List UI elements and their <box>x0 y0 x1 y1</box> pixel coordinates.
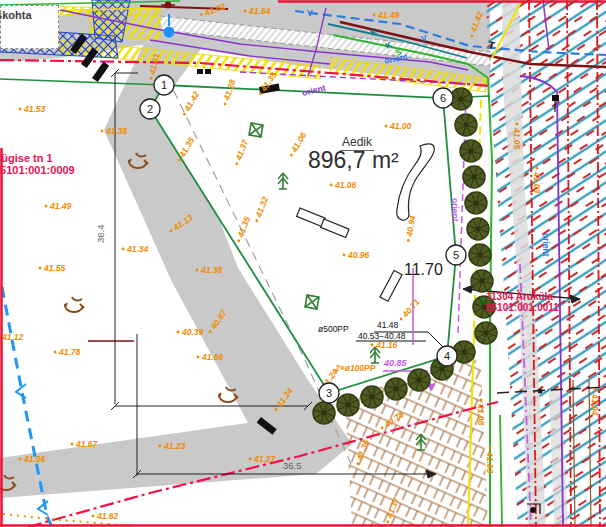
svg-text:41.08: 41.08 <box>476 403 486 426</box>
tree-icon <box>471 270 493 292</box>
left-parcel-label: Sügise tn 1 65101:001:0009 <box>0 153 75 176</box>
elevation-label: 41.53 <box>19 104 46 114</box>
elevation-label: 41.55 <box>39 263 66 273</box>
tree-icon <box>469 244 491 266</box>
svg-text:41.67: 41.67 <box>75 439 99 449</box>
tree-icon <box>463 166 485 188</box>
tree-icon <box>475 322 497 344</box>
black-bar-marker <box>92 62 109 82</box>
hydrant-icon <box>164 27 175 38</box>
svg-text:41.03: 41.03 <box>532 171 542 194</box>
svg-text:41.53: 41.53 <box>23 104 46 114</box>
elevation-label: 41.12 <box>0 332 24 342</box>
black-square-marker <box>197 69 203 74</box>
svg-text:41.49: 41.49 <box>49 201 72 211</box>
bush-icon <box>65 297 84 312</box>
bush-icon <box>219 387 238 402</box>
pipe2-label: 2×ø100PP <box>335 364 375 373</box>
flag-marker-icon <box>552 95 559 101</box>
dim-west: 36.4 <box>96 225 106 244</box>
pipe-note-bottom: 40.53−40.48 <box>358 332 406 341</box>
note-box-label: iskohta <box>0 9 58 21</box>
svg-text:41.27: 41.27 <box>253 454 277 464</box>
right-parcel-street: 11304 Aruküla- <box>486 292 559 303</box>
right-parcel-label: 11304 Aruküla- 65101:001:0011 <box>486 292 559 313</box>
vertex-marker: 3 <box>319 383 339 403</box>
svg-text:41.62: 41.62 <box>96 511 119 521</box>
dim-south: 36.5 <box>283 461 302 471</box>
svg-text:orient: orient <box>450 198 460 222</box>
svg-text:41.03: 41.03 <box>485 451 495 474</box>
elevation-label: 41.78 <box>54 347 81 357</box>
pipe2-value: 40.85 <box>384 359 407 368</box>
svg-text:40.96: 40.96 <box>347 250 370 260</box>
elevation-label: 41.66 <box>197 352 224 362</box>
svg-text:41.38: 41.38 <box>200 265 223 275</box>
svg-text:V: V <box>307 8 313 18</box>
tree-icon <box>467 218 489 240</box>
svg-text:41.78: 41.78 <box>58 347 81 357</box>
utility-corridor-hatch <box>486 0 606 527</box>
svg-text:2: 2 <box>147 103 153 115</box>
svg-text:41.38: 41.38 <box>105 126 128 136</box>
left-parcel-street: Sügise tn 1 <box>0 153 75 165</box>
vertex-marker: 4 <box>437 346 457 366</box>
vertex-marker: 5 <box>446 245 466 265</box>
utility-label: V <box>307 8 313 18</box>
elevation-label: 41.34 <box>122 244 149 254</box>
elevation-label: 40.39 <box>177 327 204 337</box>
left-parcel-code: 65101:001:0009 <box>0 165 75 177</box>
right-parcel-code: 65101:001:0011 <box>486 303 559 314</box>
svg-text:4: 4 <box>444 350 450 362</box>
vertex-marker: 1 <box>154 75 174 95</box>
tree-icon <box>408 369 430 391</box>
svg-text:40.39: 40.39 <box>181 327 204 337</box>
svg-text:6: 6 <box>440 92 446 104</box>
site-plan-map: T 41.6441.4941.0241.6141.4241.5341.3841.… <box>0 0 606 527</box>
elevation-label: 41.62 <box>92 511 119 521</box>
svg-text:41.16: 41.16 <box>375 340 398 350</box>
svg-text:41.55: 41.55 <box>43 263 66 273</box>
svg-text:41.34: 41.34 <box>126 244 149 254</box>
tree-icon <box>460 140 482 162</box>
svg-text:41.06: 41.06 <box>23 454 46 464</box>
svg-text:41.64: 41.64 <box>248 6 271 16</box>
area-value: 896,7 m² <box>308 148 399 172</box>
vertex-marker: 6 <box>433 88 453 108</box>
svg-text:41.00: 41.00 <box>389 121 412 131</box>
utility-label: orient <box>541 233 551 257</box>
svg-text:41.06: 41.06 <box>334 180 357 190</box>
dim-east-gap: 11.70 <box>404 262 443 279</box>
tree-icon <box>455 114 477 136</box>
elevation-label: 41.49 <box>45 201 72 211</box>
tree-icon <box>465 192 487 214</box>
utility-label: orient <box>450 198 460 222</box>
vertex-marker: 2 <box>140 99 160 119</box>
svg-text:orient: orient <box>541 233 551 257</box>
svg-text:5: 5 <box>453 249 459 261</box>
svg-text:41.23: 41.23 <box>163 441 186 451</box>
site-plan-drawing: T 41.6441.4941.0241.6141.4241.5341.3841.… <box>0 0 606 527</box>
svg-text:41.04: 41.04 <box>590 393 600 416</box>
black-square-marker <box>205 69 211 74</box>
tree-icon <box>385 378 407 400</box>
svg-text:41.66: 41.66 <box>201 352 224 362</box>
svg-text:41.12: 41.12 <box>1 332 24 342</box>
point-marker <box>530 507 536 513</box>
svg-text:41.05: 41.05 <box>512 127 522 150</box>
note-box: iskohta <box>0 5 59 49</box>
svg-text:3: 3 <box>326 387 332 399</box>
pipe-note-label: ø500PP <box>318 325 349 334</box>
svg-text:41.49: 41.49 <box>377 10 400 20</box>
tree-icon <box>337 394 359 416</box>
svg-text:1: 1 <box>161 79 167 91</box>
tree-icon <box>313 402 335 424</box>
pipe-note-top: 41.48 <box>377 321 398 330</box>
tree-icon <box>361 386 383 408</box>
